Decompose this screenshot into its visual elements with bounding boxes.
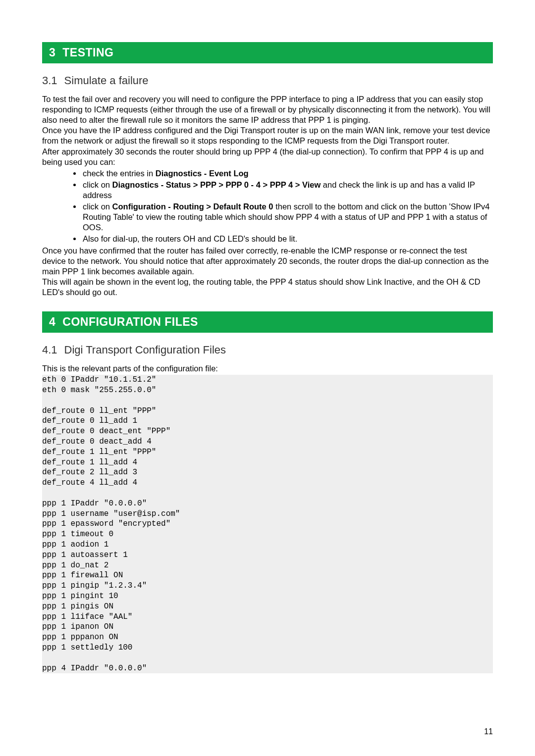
bullet-4: Also for dial-up, the routers OH and CD … xyxy=(82,234,493,244)
page-number: 11 xyxy=(484,727,493,736)
bullet-2-bold: Diagnostics - Status > PPP > PPP 0 - 4 >… xyxy=(112,180,321,189)
bullet-2: click on Diagnostics - Status > PPP > PP… xyxy=(82,180,493,201)
bullet-1-bold: Diagnostics - Event Log xyxy=(156,169,249,178)
document-page: 3TESTING 3.1Simulate a failure To test t… xyxy=(0,0,535,756)
section-4-number: 4 xyxy=(49,315,55,329)
para-3-1-e: This will again be shown in the event lo… xyxy=(42,277,493,298)
bullet-3-bold: Configuration - Routing > Default Route … xyxy=(112,202,273,211)
bullet-4-text: Also for dial-up, the routers OH and CD … xyxy=(83,234,297,243)
subheading-3-1: 3.1Simulate a failure xyxy=(42,74,493,87)
config-code-wrap: eth 0 IPaddr "10.1.51.2" eth 0 mask "255… xyxy=(42,375,493,673)
section-4-title: CONFIGURATION FILES xyxy=(62,315,198,328)
bullet-1-pre: check the entries in xyxy=(83,169,156,178)
subheading-3-1-number: 3.1 xyxy=(42,74,57,87)
para-3-1-d: Once you have confirmed that the router … xyxy=(42,246,493,277)
bullet-2-pre: click on xyxy=(83,180,112,189)
config-code: eth 0 IPaddr "10.1.51.2" eth 0 mask "255… xyxy=(42,375,493,673)
section-3-number: 3 xyxy=(49,46,55,59)
subheading-4-1-number: 4.1 xyxy=(42,344,57,356)
subheading-3-1-title: Simulate a failure xyxy=(64,74,149,87)
bullet-list-3-1: check the entries in Diagnostics - Event… xyxy=(42,168,493,245)
bullet-1: check the entries in Diagnostics - Event… xyxy=(82,168,493,179)
para-3-1-c: After approximately 30 seconds the route… xyxy=(42,147,493,167)
para-3-1-a: To test the fail over and recovery you w… xyxy=(42,94,493,125)
section-4-header: 4CONFIGURATION FILES xyxy=(42,311,493,333)
subheading-4-1-title: Digi Transport Configuration Files xyxy=(64,344,226,356)
bullet-3-pre: click on xyxy=(83,202,112,211)
subheading-4-1: 4.1Digi Transport Configuration Files xyxy=(42,344,493,356)
section-3-title: TESTING xyxy=(62,46,113,59)
bullet-3: click on Configuration - Routing > Defau… xyxy=(82,202,493,233)
para-4-1-intro: This is the relevant parts of the config… xyxy=(42,363,493,374)
para-3-1-b: Once you have the IP address configured … xyxy=(42,125,493,146)
section-3-header: 3TESTING xyxy=(42,42,493,63)
